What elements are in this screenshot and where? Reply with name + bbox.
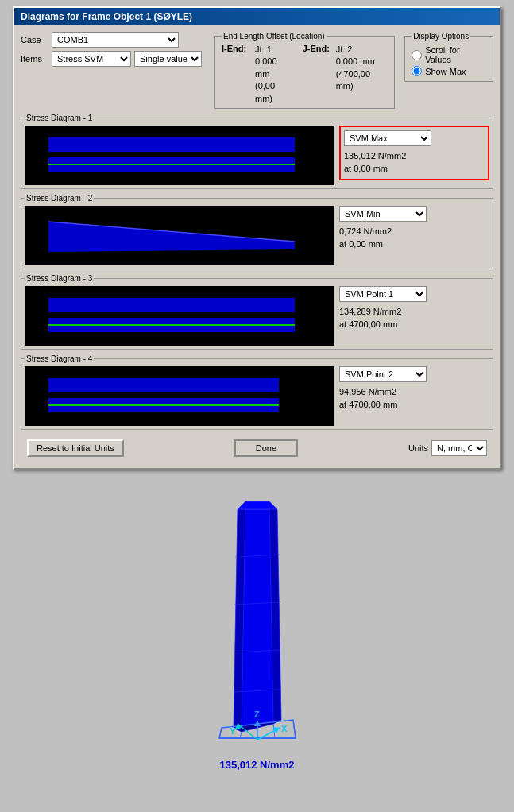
stress-diagram-title-3: Stress Diagram - 3 (25, 274, 94, 283)
showmax-radio[interactable] (412, 66, 422, 76)
diagram-select-1[interactable]: SVM Max (344, 130, 431, 146)
stress-diagram-group-2: Stress Diagram - 2SVM Min0,724 N/mm2at 0… (21, 194, 493, 269)
i-end-mm1: 0,000 mm (255, 56, 293, 80)
diagram-canvas-3 (25, 286, 334, 346)
diagram-select-row-2: SVM Min (339, 206, 489, 222)
content-area: Case COMB1 Items Stress SVM Single value… (14, 25, 500, 468)
stress-diagram-title-4: Stress Diagram - 4 (25, 354, 94, 363)
end-length-title: End Length Offset (Location) (222, 32, 327, 41)
case-label: Case (21, 35, 48, 44)
i-end-group: I-End: Jt: 1 0,000 mm (0,00 mm) (222, 44, 293, 105)
diagram-select-4[interactable]: SVM Point 2 (339, 366, 427, 382)
diagram-value-2: 0,724 N/mm2at 0,00 mm (339, 225, 489, 251)
i-end-jt: Jt: 1 (255, 44, 293, 56)
top-row: Case COMB1 Items Stress SVM Single value… (21, 32, 493, 109)
svg-line-12 (219, 728, 222, 738)
end-length-content: I-End: Jt: 1 0,000 mm (0,00 mm) J-End: J… (222, 44, 388, 105)
diagram-info-3: SVM Point 1134,289 N/mm2at 4700,00 mm (339, 286, 489, 331)
j-end-mm2: (4700,00 mm) (336, 68, 388, 93)
i-end-label: I-End: (222, 44, 252, 53)
diagram-canvas-4 (25, 366, 334, 426)
main-window: Diagrams for Frame Object 1 (SØYLE) Case… (13, 6, 501, 470)
svg-marker-4 (238, 501, 277, 509)
bottom-bar: Reset to Initial Units Done Units N, mm,… (21, 435, 493, 462)
display-options-group: Display Options Scroll for Values Show M… (404, 32, 493, 82)
items-row: Items Stress SVM Single valued (21, 51, 202, 67)
j-end-label: J-End: (303, 44, 333, 53)
stress-diagram-title-1: Stress Diagram - 1 (25, 114, 94, 122)
svg-line-13 (293, 720, 296, 738)
case-items-group: Case COMB1 Items Stress SVM Single value… (21, 32, 202, 67)
scroll-label: Scroll for Values (425, 45, 486, 64)
stress-type-select[interactable]: Stress SVM (52, 51, 131, 67)
end-length-group: End Length Offset (Location) I-End: Jt: … (214, 32, 395, 109)
diagram-canvas-2 (25, 206, 334, 265)
svg-line-14 (240, 732, 242, 738)
diagram-row-3: SVM Point 1134,289 N/mm2at 4700,00 mm (25, 286, 489, 346)
diagram-select-row-1: SVM Max (344, 130, 485, 146)
diagram-row-4: SVM Point 294,956 N/mm2at 4700,00 mm (25, 366, 489, 426)
diagram-canvas-1 (25, 126, 334, 185)
units-select[interactable]: N, mm, C (431, 440, 487, 456)
diagram-value-1: 135,012 N/mm2at 0,00 mm (344, 149, 485, 176)
reset-button[interactable]: Reset to Initial Units (27, 439, 124, 457)
i-end-mm2: (0,00 mm) (255, 80, 293, 105)
stress-diagram-group-4: Stress Diagram - 4SVM Point 294,956 N/mm… (21, 354, 493, 430)
units-row: Units N, mm, C (408, 440, 487, 456)
j-end-group: J-End: Jt: 2 0,000 mm (4700,00 mm) (303, 44, 388, 105)
i-end-values: Jt: 1 0,000 mm (0,00 mm) (255, 44, 293, 105)
stress-diagram-group-3: Stress Diagram - 3SVM Point 1134,289 N/m… (21, 274, 493, 350)
valued-select[interactable]: Single valued (134, 51, 202, 67)
diagram-select-row-4: SVM Point 2 (339, 366, 489, 382)
diagram-value-3: 134,289 N/mm2at 4700,00 mm (339, 305, 489, 331)
diagram-info-2: SVM Min0,724 N/mm2at 0,00 mm (339, 206, 489, 251)
diagram-select-3[interactable]: SVM Point 1 (339, 286, 427, 302)
svg-text:X: X (281, 724, 288, 733)
model-svg: Y Z X (178, 485, 337, 756)
case-select[interactable]: COMB1 (52, 32, 179, 48)
title-bar: Diagrams for Frame Object 1 (SØYLE) (14, 8, 500, 25)
case-row: Case COMB1 (21, 32, 202, 48)
j-end-mm1: 0,000 mm (336, 56, 388, 68)
model-value-label: 135,012 N/mm2 (220, 759, 295, 771)
items-label: Items (21, 54, 48, 64)
stress-diagram-title-2: Stress Diagram - 2 (25, 194, 94, 203)
scroll-radio-row: Scroll for Values (412, 45, 486, 64)
showmax-radio-row: Show Max (412, 66, 486, 76)
diagram-select-row-3: SVM Point 1 (339, 286, 489, 302)
diagram-row-1: SVM Max135,012 N/mm2at 0,00 mm (25, 126, 489, 185)
svg-text:Z: Z (254, 710, 260, 719)
diagrams-container: Stress Diagram - 1SVM Max135,012 N/mm2at… (21, 114, 493, 430)
window-title: Diagrams for Frame Object 1 (SØYLE) (21, 11, 192, 22)
diagram-info-1: SVM Max135,012 N/mm2at 0,00 mm (339, 126, 489, 180)
j-end-values: Jt: 2 0,000 mm (4700,00 mm) (336, 44, 388, 93)
done-button[interactable]: Done (234, 439, 298, 457)
diagram-value-4: 94,956 N/mm2at 4700,00 mm (339, 385, 489, 412)
scroll-radio[interactable] (412, 50, 422, 60)
diagram-row-2: SVM Min0,724 N/mm2at 0,00 mm (25, 206, 489, 265)
svg-text:Y: Y (230, 726, 236, 736)
stress-diagram-group-1: Stress Diagram - 1SVM Max135,012 N/mm2at… (21, 114, 493, 189)
j-end-jt: Jt: 2 (336, 44, 388, 56)
display-options-title: Display Options (412, 32, 470, 41)
showmax-label: Show Max (425, 67, 466, 76)
model-area: Y Z X 135,012 N/mm2 (0, 470, 514, 779)
units-label: Units (408, 443, 428, 453)
diagram-info-4: SVM Point 294,956 N/mm2at 4700,00 mm (339, 366, 489, 412)
diagram-select-2[interactable]: SVM Min (339, 206, 427, 222)
